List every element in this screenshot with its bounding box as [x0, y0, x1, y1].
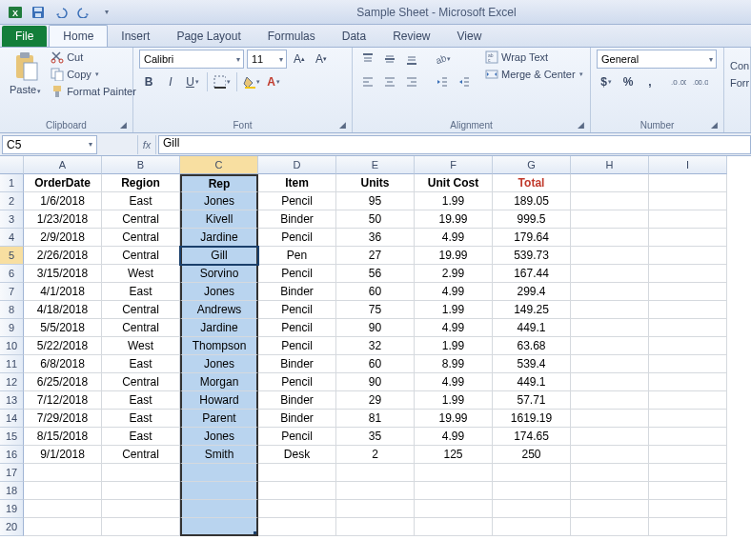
cell[interactable] [649, 391, 727, 410]
cell[interactable]: Pen [258, 247, 336, 265]
format-painter-button[interactable]: Format Painter [49, 84, 138, 99]
cell[interactable] [649, 410, 727, 428]
cell[interactable]: Howard [180, 391, 258, 410]
cell[interactable] [415, 500, 493, 518]
font-color-button[interactable]: A [264, 72, 283, 91]
cell[interactable]: Jones [180, 355, 258, 373]
cell[interactable]: 19.99 [415, 410, 493, 428]
cell[interactable]: 56 [336, 265, 415, 283]
cell[interactable]: 81 [336, 410, 415, 428]
row-header[interactable]: 11 [0, 355, 24, 373]
align-right-icon[interactable] [402, 72, 421, 91]
cell[interactable] [336, 518, 415, 536]
cell[interactable]: 29 [336, 391, 415, 410]
tab-view[interactable]: View [444, 26, 496, 47]
cell[interactable]: East [102, 192, 180, 210]
cell[interactable] [415, 518, 493, 536]
cell[interactable] [24, 518, 102, 536]
cell[interactable] [571, 391, 649, 410]
row-header[interactable]: 7 [0, 283, 24, 301]
tab-formulas[interactable]: Formulas [254, 26, 329, 47]
fill-color-button[interactable] [242, 72, 261, 91]
cell[interactable]: Jardine [180, 229, 258, 247]
cell[interactable]: Total [493, 174, 571, 192]
cell[interactable]: Pencil [258, 337, 336, 355]
cell[interactable]: 5/5/2018 [24, 319, 102, 337]
cell[interactable]: 299.4 [493, 283, 571, 301]
cell[interactable] [571, 373, 649, 391]
tab-home[interactable]: Home [49, 25, 108, 47]
dialog-launcher-icon[interactable]: ◢ [120, 120, 127, 130]
cell[interactable]: 36 [336, 229, 415, 247]
cell[interactable] [571, 301, 649, 319]
cell[interactable]: 539.73 [493, 247, 571, 265]
col-header-C[interactable]: C [180, 156, 258, 174]
row-header[interactable]: 6 [0, 265, 24, 283]
cell[interactable] [258, 464, 336, 482]
cell[interactable] [180, 464, 258, 482]
cell[interactable]: Pencil [258, 265, 336, 283]
fill-handle[interactable] [254, 531, 258, 536]
cell[interactable] [571, 518, 649, 536]
fx-icon[interactable]: fx [137, 135, 156, 154]
cell[interactable]: 1.99 [415, 391, 493, 410]
border-button[interactable] [213, 72, 232, 91]
excel-icon[interactable]: X [6, 3, 25, 22]
percent-format-button[interactable]: % [619, 72, 638, 91]
cell[interactable] [649, 373, 727, 391]
tab-file[interactable]: File [2, 26, 47, 47]
cell[interactable] [258, 518, 336, 536]
row-header[interactable]: 15 [0, 428, 24, 446]
accounting-format-button[interactable]: $ [597, 72, 616, 91]
col-header-F[interactable]: F [415, 156, 493, 174]
cell[interactable]: 179.64 [493, 229, 571, 247]
cell[interactable]: Central [102, 229, 180, 247]
row-header[interactable]: 3 [0, 210, 24, 229]
cell[interactable] [258, 482, 336, 500]
cell[interactable]: 8/15/2018 [24, 428, 102, 446]
col-header-E[interactable]: E [336, 156, 415, 174]
row-header[interactable]: 5 [0, 247, 24, 265]
dialog-launcher-icon[interactable]: ◢ [711, 120, 718, 130]
cell[interactable] [649, 210, 727, 229]
cell[interactable] [571, 265, 649, 283]
cell[interactable] [571, 174, 649, 192]
cell[interactable]: Jardine [180, 319, 258, 337]
tab-insert[interactable]: Insert [108, 26, 163, 47]
cell[interactable]: Binder [258, 391, 336, 410]
save-icon[interactable] [29, 3, 48, 22]
cell[interactable]: East [102, 428, 180, 446]
paste-button[interactable]: Paste [6, 50, 45, 97]
cell[interactable] [571, 446, 649, 464]
cell[interactable] [336, 482, 415, 500]
cell[interactable]: 1.99 [415, 192, 493, 210]
cell[interactable] [571, 410, 649, 428]
cell[interactable]: 50 [336, 210, 415, 229]
cell[interactable]: Region [102, 174, 180, 192]
comma-format-button[interactable]: , [640, 72, 660, 91]
cell[interactable] [571, 319, 649, 337]
cell[interactable]: Pencil [258, 319, 336, 337]
cell[interactable]: West [102, 265, 180, 283]
row-header[interactable]: 19 [0, 500, 24, 518]
cell[interactable]: Morgan [180, 373, 258, 391]
cell[interactable] [24, 464, 102, 482]
cell[interactable] [571, 500, 649, 518]
cell[interactable]: West [102, 337, 180, 355]
col-header-I[interactable]: I [649, 156, 727, 174]
cell[interactable]: East [102, 355, 180, 373]
italic-button[interactable]: I [161, 72, 180, 91]
cell[interactable] [571, 247, 649, 265]
cell[interactable]: Binder [258, 355, 336, 373]
cell[interactable] [571, 428, 649, 446]
cell[interactable] [571, 229, 649, 247]
cell[interactable]: 60 [336, 283, 415, 301]
cell[interactable]: 1/23/2018 [24, 210, 102, 229]
cut-button[interactable]: Cut [49, 50, 138, 65]
cell[interactable] [493, 482, 571, 500]
cell[interactable]: 2/26/2018 [24, 247, 102, 265]
cell[interactable]: 4/18/2018 [24, 301, 102, 319]
row-header[interactable]: 16 [0, 446, 24, 464]
wrap-text-button[interactable]: abcWrap Text [483, 50, 585, 65]
cell[interactable]: Item [258, 174, 336, 192]
